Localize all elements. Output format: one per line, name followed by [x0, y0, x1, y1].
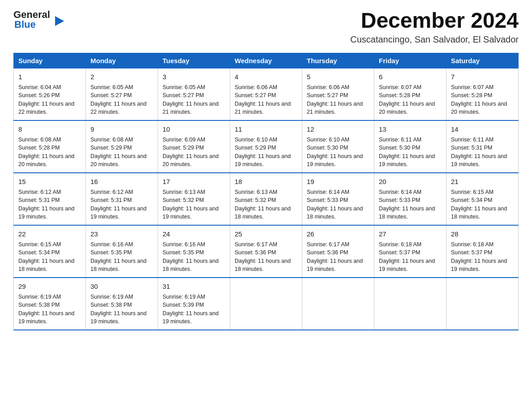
day-cell — [302, 278, 374, 330]
col-header-thursday: Thursday — [302, 53, 374, 68]
day-cell: 22Sunrise: 6:15 AMSunset: 5:34 PMDayligh… — [14, 225, 86, 278]
day-number: 1 — [18, 72, 81, 81]
day-info: Sunrise: 6:17 AMSunset: 5:36 PMDaylight:… — [235, 241, 291, 273]
day-number: 4 — [235, 72, 297, 81]
title-area: December 2024 Cuscatancingo, San Salvado… — [350, 9, 519, 45]
day-cell: 25Sunrise: 6:17 AMSunset: 5:36 PMDayligh… — [230, 225, 302, 278]
day-cell: 28Sunrise: 6:18 AMSunset: 5:37 PMDayligh… — [446, 225, 519, 278]
col-header-sunday: Sunday — [14, 53, 86, 68]
day-number: 5 — [307, 72, 369, 81]
day-cell: 10Sunrise: 6:09 AMSunset: 5:29 PMDayligh… — [158, 120, 230, 173]
day-number: 29 — [18, 282, 81, 291]
day-number: 15 — [18, 177, 81, 186]
day-info: Sunrise: 6:07 AMSunset: 5:28 PMDaylight:… — [379, 84, 435, 116]
day-cell: 1Sunrise: 6:04 AMSunset: 5:26 PMDaylight… — [14, 68, 86, 120]
day-info: Sunrise: 6:04 AMSunset: 5:26 PMDaylight:… — [18, 84, 74, 116]
day-info: Sunrise: 6:15 AMSunset: 5:34 PMDaylight:… — [451, 189, 507, 220]
day-cell: 16Sunrise: 6:12 AMSunset: 5:31 PMDayligh… — [86, 173, 158, 225]
svg-marker-0 — [55, 16, 64, 26]
day-info: Sunrise: 6:07 AMSunset: 5:28 PMDaylight:… — [451, 84, 507, 116]
day-cell: 5Sunrise: 6:06 AMSunset: 5:27 PMDaylight… — [302, 68, 374, 120]
day-info: Sunrise: 6:05 AMSunset: 5:27 PMDaylight:… — [163, 84, 219, 116]
header: General Blue December 2024 Cuscatancingo… — [13, 9, 519, 45]
day-number: 8 — [18, 124, 81, 134]
day-number: 14 — [451, 124, 514, 134]
day-cell: 23Sunrise: 6:16 AMSunset: 5:35 PMDayligh… — [86, 225, 158, 278]
day-cell: 19Sunrise: 6:14 AMSunset: 5:33 PMDayligh… — [302, 173, 374, 225]
day-number: 24 — [163, 229, 225, 239]
day-cell — [374, 278, 446, 330]
day-info: Sunrise: 6:19 AMSunset: 5:39 PMDaylight:… — [163, 294, 219, 325]
day-info: Sunrise: 6:05 AMSunset: 5:27 PMDaylight:… — [90, 84, 146, 116]
logo: General Blue — [13, 9, 56, 30]
day-number: 2 — [90, 72, 153, 81]
day-info: Sunrise: 6:14 AMSunset: 5:33 PMDaylight:… — [307, 189, 363, 220]
day-cell: 20Sunrise: 6:14 AMSunset: 5:33 PMDayligh… — [374, 173, 446, 225]
day-number: 16 — [90, 177, 153, 186]
day-number: 22 — [18, 229, 81, 239]
day-info: Sunrise: 6:06 AMSunset: 5:27 PMDaylight:… — [307, 84, 363, 116]
logo-blue-text: Blue — [14, 19, 36, 30]
week-row-4: 22Sunrise: 6:15 AMSunset: 5:34 PMDayligh… — [14, 225, 519, 278]
day-cell: 8Sunrise: 6:08 AMSunset: 5:28 PMDaylight… — [14, 120, 86, 173]
day-info: Sunrise: 6:17 AMSunset: 5:36 PMDaylight:… — [307, 241, 363, 273]
day-cell: 12Sunrise: 6:10 AMSunset: 5:30 PMDayligh… — [302, 120, 374, 173]
day-cell: 24Sunrise: 6:16 AMSunset: 5:35 PMDayligh… — [158, 225, 230, 278]
day-info: Sunrise: 6:19 AMSunset: 5:38 PMDaylight:… — [90, 294, 146, 325]
week-row-2: 8Sunrise: 6:08 AMSunset: 5:28 PMDaylight… — [14, 120, 519, 173]
calendar-subtitle: Cuscatancingo, San Salvador, El Salvador — [350, 34, 519, 45]
day-cell: 2Sunrise: 6:05 AMSunset: 5:27 PMDaylight… — [86, 68, 158, 120]
day-info: Sunrise: 6:08 AMSunset: 5:28 PMDaylight:… — [18, 137, 74, 168]
day-cell: 31Sunrise: 6:19 AMSunset: 5:39 PMDayligh… — [158, 278, 230, 330]
logo-triangle-icon — [55, 16, 64, 26]
day-cell: 15Sunrise: 6:12 AMSunset: 5:31 PMDayligh… — [14, 173, 86, 225]
day-number: 18 — [235, 177, 297, 186]
day-number: 30 — [90, 282, 153, 291]
day-cell: 11Sunrise: 6:10 AMSunset: 5:29 PMDayligh… — [230, 120, 302, 173]
calendar-table: SundayMondayTuesdayWednesdayThursdayFrid… — [13, 53, 519, 330]
day-cell: 21Sunrise: 6:15 AMSunset: 5:34 PMDayligh… — [446, 173, 519, 225]
day-cell — [446, 278, 519, 330]
day-info: Sunrise: 6:15 AMSunset: 5:34 PMDaylight:… — [18, 241, 74, 273]
day-info: Sunrise: 6:13 AMSunset: 5:32 PMDaylight:… — [163, 189, 219, 220]
day-info: Sunrise: 6:12 AMSunset: 5:31 PMDaylight:… — [18, 189, 74, 220]
day-number: 27 — [379, 229, 442, 239]
day-number: 6 — [379, 72, 442, 81]
day-number: 20 — [379, 177, 442, 186]
day-cell: 9Sunrise: 6:08 AMSunset: 5:29 PMDaylight… — [86, 120, 158, 173]
day-number: 13 — [379, 124, 442, 134]
day-cell: 29Sunrise: 6:19 AMSunset: 5:38 PMDayligh… — [14, 278, 86, 330]
day-number: 17 — [163, 177, 225, 186]
day-cell: 14Sunrise: 6:11 AMSunset: 5:31 PMDayligh… — [446, 120, 519, 173]
col-header-friday: Friday — [374, 53, 446, 68]
day-cell: 27Sunrise: 6:18 AMSunset: 5:37 PMDayligh… — [374, 225, 446, 278]
day-cell: 18Sunrise: 6:13 AMSunset: 5:32 PMDayligh… — [230, 173, 302, 225]
day-info: Sunrise: 6:16 AMSunset: 5:35 PMDaylight:… — [90, 241, 146, 273]
col-header-tuesday: Tuesday — [158, 53, 230, 68]
day-info: Sunrise: 6:13 AMSunset: 5:32 PMDaylight:… — [235, 189, 291, 220]
week-row-1: 1Sunrise: 6:04 AMSunset: 5:26 PMDaylight… — [14, 68, 519, 120]
day-cell: 26Sunrise: 6:17 AMSunset: 5:36 PMDayligh… — [302, 225, 374, 278]
day-cell: 30Sunrise: 6:19 AMSunset: 5:38 PMDayligh… — [86, 278, 158, 330]
day-info: Sunrise: 6:08 AMSunset: 5:29 PMDaylight:… — [90, 137, 146, 168]
day-cell: 7Sunrise: 6:07 AMSunset: 5:28 PMDaylight… — [446, 68, 519, 120]
week-row-3: 15Sunrise: 6:12 AMSunset: 5:31 PMDayligh… — [14, 173, 519, 225]
day-info: Sunrise: 6:06 AMSunset: 5:27 PMDaylight:… — [235, 84, 291, 116]
day-number: 23 — [90, 229, 153, 239]
day-number: 9 — [90, 124, 153, 134]
week-row-5: 29Sunrise: 6:19 AMSunset: 5:38 PMDayligh… — [14, 278, 519, 330]
day-number: 12 — [307, 124, 369, 134]
day-number: 31 — [163, 282, 225, 291]
day-cell: 4Sunrise: 6:06 AMSunset: 5:27 PMDaylight… — [230, 68, 302, 120]
day-info: Sunrise: 6:18 AMSunset: 5:37 PMDaylight:… — [379, 241, 435, 273]
day-cell: 3Sunrise: 6:05 AMSunset: 5:27 PMDaylight… — [158, 68, 230, 120]
day-cell: 13Sunrise: 6:11 AMSunset: 5:30 PMDayligh… — [374, 120, 446, 173]
day-info: Sunrise: 6:18 AMSunset: 5:37 PMDaylight:… — [451, 241, 507, 273]
day-number: 3 — [163, 72, 225, 81]
day-cell: 6Sunrise: 6:07 AMSunset: 5:28 PMDaylight… — [374, 68, 446, 120]
day-info: Sunrise: 6:10 AMSunset: 5:30 PMDaylight:… — [307, 137, 363, 168]
day-info: Sunrise: 6:16 AMSunset: 5:35 PMDaylight:… — [163, 241, 219, 273]
day-info: Sunrise: 6:09 AMSunset: 5:29 PMDaylight:… — [163, 137, 219, 168]
day-info: Sunrise: 6:14 AMSunset: 5:33 PMDaylight:… — [379, 189, 435, 220]
col-header-saturday: Saturday — [446, 53, 519, 68]
